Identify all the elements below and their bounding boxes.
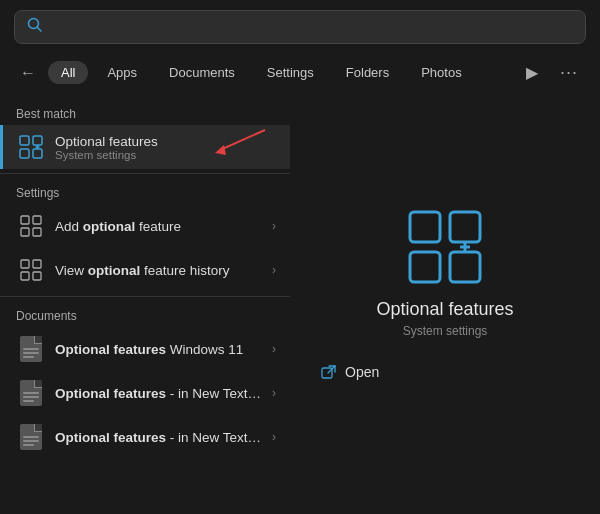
tab-folders[interactable]: Folders [333, 61, 402, 84]
doc-1-title: Optional features Windows 11 [55, 342, 262, 357]
tab-all[interactable]: All [48, 61, 88, 84]
doc-icon-1 [17, 335, 45, 363]
search-bar: Optional Features [14, 10, 586, 44]
svg-rect-5 [33, 136, 42, 145]
doc-2-arrow: › [272, 386, 276, 400]
doc-item-2[interactable]: Optional features - in New Text Document… [0, 371, 290, 415]
best-match-subtitle: System settings [55, 149, 276, 161]
svg-rect-21 [450, 252, 480, 282]
tab-settings[interactable]: Settings [254, 61, 327, 84]
search-icon [27, 17, 43, 37]
optional-features-icon [17, 133, 45, 161]
doc-icon-3 [17, 423, 45, 451]
open-external-icon [321, 364, 337, 380]
svg-rect-14 [21, 260, 29, 268]
doc-1-text: Optional features Windows 11 [55, 342, 262, 357]
settings-item-history[interactable]: View optional feature history › [0, 248, 290, 292]
svg-rect-20 [410, 252, 440, 282]
history-title: View optional feature history [55, 263, 262, 278]
svg-rect-13 [33, 228, 41, 236]
doc-3-arrow: › [272, 430, 276, 444]
settings-item-add[interactable]: Add optional feature › [0, 204, 290, 248]
more-button[interactable]: ··· [552, 58, 586, 87]
svg-rect-24 [322, 368, 332, 378]
history-text: View optional feature history [55, 263, 262, 278]
open-button[interactable]: Open [321, 360, 379, 384]
svg-rect-15 [33, 260, 41, 268]
svg-rect-10 [21, 216, 29, 224]
svg-rect-4 [20, 136, 29, 145]
documents-label: Documents [0, 301, 290, 327]
svg-line-1 [38, 28, 42, 32]
open-label: Open [345, 364, 379, 380]
action-buttons: Open [321, 360, 569, 384]
settings-label: Settings [0, 178, 290, 204]
tab-apps[interactable]: Apps [94, 61, 150, 84]
tab-documents[interactable]: Documents [156, 61, 248, 84]
nav-bar: ← All Apps Documents Settings Folders Ph… [0, 54, 600, 93]
app-icon-large [405, 207, 485, 287]
doc-3-title: Optional features - in New Text Document… [55, 430, 262, 445]
doc-2-text: Optional features - in New Text Document… [55, 386, 262, 401]
play-button[interactable]: ▶ [518, 59, 546, 86]
best-match-label: Best match [0, 99, 290, 125]
right-panel: Optional features System settings Open [290, 93, 600, 514]
main-layout: Best match Optional features Syst [0, 93, 600, 514]
search-input[interactable]: Optional Features [51, 19, 573, 36]
app-name-large: Optional features [376, 299, 513, 320]
svg-rect-11 [33, 216, 41, 224]
left-panel: Best match Optional features Syst [0, 93, 290, 514]
doc-icon-2 [17, 379, 45, 407]
svg-rect-18 [410, 212, 440, 242]
history-arrow: › [272, 263, 276, 277]
svg-rect-12 [21, 228, 29, 236]
svg-rect-19 [450, 212, 480, 242]
best-match-text: Optional features System settings [55, 134, 276, 161]
app-subtitle-large: System settings [403, 324, 488, 338]
history-icon [17, 256, 45, 284]
svg-rect-17 [33, 272, 41, 280]
doc-2-title: Optional features - in New Text Document… [55, 386, 262, 401]
add-feature-arrow: › [272, 219, 276, 233]
divider-1 [0, 173, 290, 174]
doc-item-1[interactable]: Optional features Windows 11 › [0, 327, 290, 371]
back-button[interactable]: ← [14, 60, 42, 86]
add-feature-title: Add optional feature [55, 219, 262, 234]
tab-photos[interactable]: Photos [408, 61, 474, 84]
add-feature-text: Add optional feature [55, 219, 262, 234]
grid-icon [18, 134, 44, 160]
add-feature-icon [17, 212, 45, 240]
doc-1-arrow: › [272, 342, 276, 356]
svg-rect-6 [20, 149, 29, 158]
divider-2 [0, 296, 290, 297]
best-match-item[interactable]: Optional features System settings [0, 125, 290, 169]
best-match-title: Optional features [55, 134, 276, 149]
doc-3-text: Optional features - in New Text Document… [55, 430, 262, 445]
doc-item-3[interactable]: Optional features - in New Text Document… [0, 415, 290, 459]
svg-rect-16 [21, 272, 29, 280]
svg-rect-7 [33, 149, 42, 158]
